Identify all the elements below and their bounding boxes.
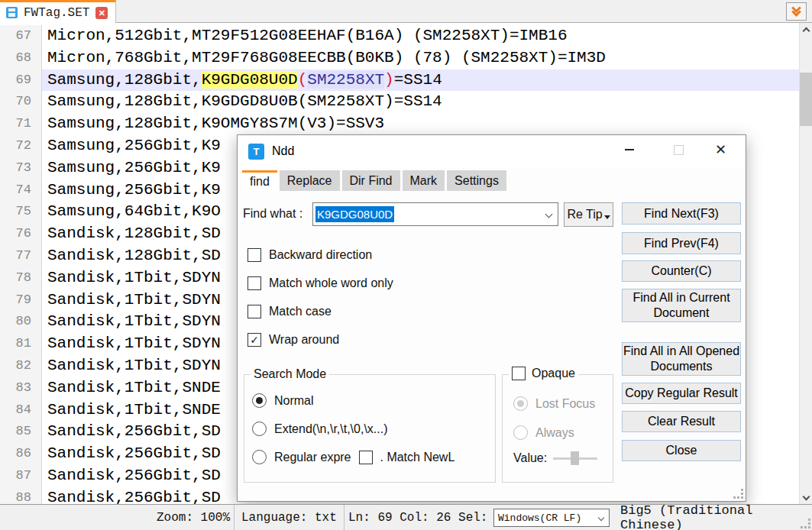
close-button[interactable]: ✕	[704, 135, 738, 164]
app-window: FWTag.SET ✕ 67Micron,512Gbit,MT29F512G08…	[0, 0, 812, 530]
search-mode-title: Search Mode	[251, 367, 329, 381]
close-icon[interactable]: ✕	[95, 7, 108, 19]
lost-focus-radio[interactable]: Lost Focus	[513, 396, 595, 411]
maximize-button[interactable]	[662, 135, 696, 164]
dialog-title: Ndd	[272, 144, 294, 158]
line-number[interactable]: 84	[0, 399, 42, 422]
line-number[interactable]: 86	[0, 443, 42, 465]
radio-selected-icon[interactable]	[252, 393, 267, 408]
code-text[interactable]: Samsung,128Gbit,K9OMGY8S7M(V3)=SSV3	[42, 113, 799, 135]
clear-result-button[interactable]: Clear Result	[622, 411, 741, 432]
close-dialog-button[interactable]: Close	[622, 440, 741, 461]
match-whole-word-checkbox[interactable]: Match whole word only	[247, 276, 393, 290]
normal-radio[interactable]: Normal	[252, 393, 314, 408]
editor-line[interactable]: 71Samsung,128Gbit,K9OMGY8S7M(V3)=SSV3	[0, 113, 799, 135]
find-all-opened-button[interactable]: Find All in All OpenedDocuments	[622, 342, 741, 376]
code-text[interactable]: Samsung,128Gbit,K9GDG08U0D(SM2258XT)=SS1…	[42, 69, 799, 92]
code-text[interactable]: Micron,768Gbit,MT29F768G08EECBB(B0KB) (7…	[42, 47, 799, 69]
tab-replace[interactable]: Replace	[280, 170, 340, 191]
tab-list-button[interactable]	[786, 2, 807, 21]
line-number[interactable]: 80	[0, 311, 42, 333]
find-prev-button[interactable]: Find Prev(F4)	[622, 232, 741, 254]
tab-find[interactable]: find	[242, 170, 277, 191]
regular-expression-radio[interactable]: Regular expre . Match NewL	[252, 450, 455, 464]
line-number[interactable]: 76	[0, 223, 42, 245]
scrollbar-thumb[interactable]	[800, 73, 812, 126]
line-number[interactable]: 71	[0, 113, 42, 135]
checkbox-icon[interactable]	[512, 367, 526, 380]
chevron-down-icon[interactable]	[545, 211, 553, 218]
line-number[interactable]: 68	[0, 47, 42, 69]
opaque-group: Opaque Lost Focus Always Value:	[502, 374, 613, 483]
line-number[interactable]: 82	[0, 355, 42, 377]
editor-line[interactable]: 68Micron,768Gbit,MT29F768G08EECBB(B0KB) …	[0, 47, 799, 69]
tab-mark[interactable]: Mark	[403, 170, 445, 191]
line-number[interactable]: 67	[0, 25, 42, 47]
counter-button[interactable]: Counter(C)	[622, 260, 741, 282]
line-number[interactable]: 74	[0, 179, 42, 202]
line-number[interactable]: 83	[0, 377, 42, 399]
slider-thumb[interactable]	[571, 451, 579, 465]
separator	[234, 505, 235, 530]
checkbox-checked-icon[interactable]: ✓	[247, 333, 261, 347]
checkbox-icon[interactable]	[247, 276, 261, 290]
editor-line[interactable]: 69Samsung,128Gbit,K9GDG08U0D(SM2258XT)=S…	[0, 69, 799, 92]
editor-line[interactable]: 70Samsung,128Gbit,K9GDGD8U0B(SM2258XT)=S…	[0, 91, 799, 113]
minimize-button[interactable]	[612, 135, 646, 164]
chevron-down-icon	[598, 515, 604, 521]
line-number[interactable]: 85	[0, 421, 42, 443]
separator	[344, 505, 345, 530]
floppy-disk-icon	[6, 7, 18, 18]
backward-direction-checkbox[interactable]: Backward direction	[247, 248, 372, 262]
line-number[interactable]: 79	[0, 289, 42, 312]
find-what-label: Find what :	[243, 207, 302, 221]
radio-icon[interactable]	[252, 450, 267, 464]
dialog-tab-strip: find Replace Dir Find Mark Settings	[242, 170, 506, 191]
checkbox-icon[interactable]	[247, 248, 261, 262]
tab-dir-find[interactable]: Dir Find	[342, 170, 400, 191]
find-what-combobox[interactable]: K9GDG08U0D	[312, 202, 558, 226]
document-tab-bar: FWTag.SET ✕	[0, 0, 812, 23]
vertical-scrollbar[interactable]	[799, 23, 812, 504]
copy-regular-result-button[interactable]: Copy Regular Result	[622, 383, 741, 404]
always-radio[interactable]: Always	[513, 425, 574, 440]
line-number[interactable]: 78	[0, 267, 42, 289]
line-number[interactable]: 75	[0, 201, 42, 223]
line-number[interactable]: 70	[0, 91, 42, 113]
find-dialog: T Ndd ✕ find Replace Dir Find Mark Setti…	[237, 134, 746, 502]
minimize-icon	[625, 149, 634, 150]
match-case-checkbox[interactable]: Match case	[247, 305, 332, 318]
maximize-icon	[674, 145, 684, 155]
find-what-value: K9GDG08U0D	[315, 206, 394, 222]
line-number[interactable]: 73	[0, 157, 42, 179]
opacity-value-row: Value:	[513, 451, 597, 465]
opaque-checkbox[interactable]: Opaque	[509, 367, 578, 380]
find-next-button[interactable]: Find Next(F3)	[622, 202, 741, 225]
re-tip-button[interactable]: Re Tip	[564, 202, 613, 227]
editor-line[interactable]: 67Micron,512Gbit,MT29F512G08EEHAF(B16A) …	[0, 25, 799, 47]
tab-settings[interactable]: Settings	[447, 170, 506, 191]
radio-icon[interactable]	[252, 422, 267, 436]
line-number[interactable]: 88	[0, 487, 42, 504]
line-number[interactable]: 72	[0, 135, 42, 157]
language-indicator: Language: txt	[241, 505, 337, 530]
scroll-up-icon[interactable]	[800, 23, 812, 36]
opacity-slider[interactable]	[553, 451, 597, 465]
line-number[interactable]: 69	[0, 69, 42, 92]
line-number[interactable]: 87	[0, 465, 42, 487]
checkbox-icon[interactable]	[247, 305, 261, 318]
dialog-resize-grip[interactable]	[733, 488, 743, 499]
window-resize-grip[interactable]	[800, 518, 810, 528]
document-tab[interactable]: FWTag.SET ✕	[0, 0, 116, 23]
extend-radio[interactable]: Extend(\n,\r,\t,\0,\x...)	[252, 422, 388, 436]
code-text[interactable]: Micron,512Gbit,MT29F512G08EEHAF(B16A) (S…	[42, 25, 799, 47]
close-icon: ✕	[715, 143, 726, 157]
line-number[interactable]: 81	[0, 333, 42, 355]
wrap-around-checkbox[interactable]: ✓ Wrap around	[247, 333, 339, 347]
match-newline-checkbox[interactable]	[359, 451, 373, 464]
code-text[interactable]: Samsung,128Gbit,K9GDGD8U0B(SM2258XT)=SS1…	[42, 91, 799, 113]
line-number[interactable]: 77	[0, 245, 42, 267]
eol-format-dropdown[interactable]: Windows(CR LF)	[493, 509, 610, 527]
find-all-current-button[interactable]: Find All in CurrentDocument	[622, 289, 741, 322]
scroll-down-icon[interactable]	[800, 491, 812, 504]
